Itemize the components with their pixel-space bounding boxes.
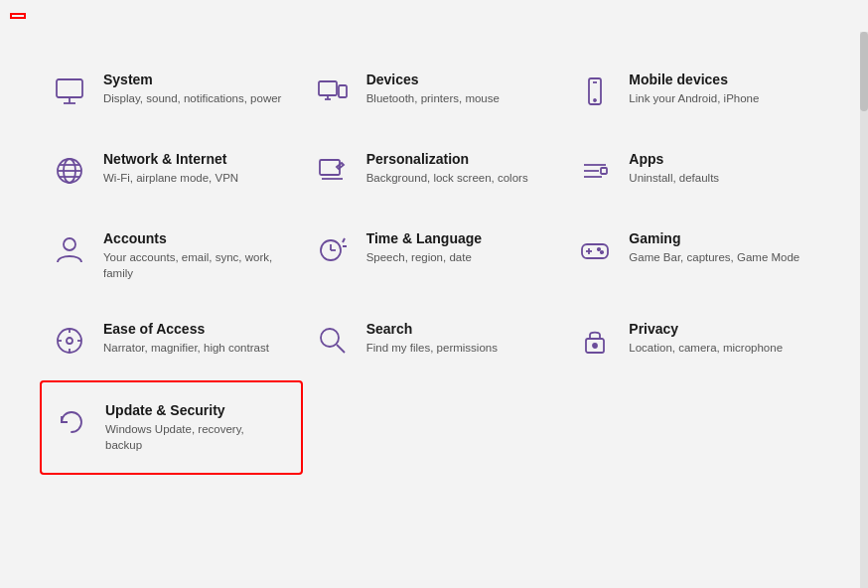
search-text: Search Find my files, permissions bbox=[366, 321, 546, 356]
personalization-title: Personalization bbox=[366, 151, 546, 167]
settings-item-update[interactable]: Update & Security Windows Update, recove… bbox=[40, 380, 303, 475]
accounts-title: Accounts bbox=[103, 230, 283, 246]
settings-item-time[interactable]: Time & Language Speech, region, date bbox=[303, 211, 566, 301]
network-text: Network & Internet Wi-Fi, airplane mode,… bbox=[103, 151, 283, 186]
system-text: System Display, sound, notifications, po… bbox=[103, 72, 283, 106]
time-title: Time & Language bbox=[366, 230, 546, 246]
settings-window: System Display, sound, notifications, po… bbox=[0, 0, 868, 588]
system-icon bbox=[50, 72, 89, 111]
close-button[interactable] bbox=[822, 0, 868, 32]
apps-icon bbox=[575, 151, 615, 191]
mobile-title: Mobile devices bbox=[629, 72, 808, 87]
svg-rect-0 bbox=[57, 79, 82, 97]
settings-item-apps[interactable]: Apps Uninstall, defaults bbox=[565, 131, 828, 211]
ease-desc: Narrator, magnifier, high contrast bbox=[103, 340, 283, 356]
privacy-text: Privacy Location, camera, microphone bbox=[629, 321, 808, 356]
settings-item-personalization[interactable]: Personalization Background, lock screen,… bbox=[303, 131, 566, 211]
network-icon bbox=[50, 151, 89, 191]
settings-item-ease[interactable]: Ease of Access Narrator, magnifier, high… bbox=[40, 301, 303, 380]
search-icon bbox=[313, 321, 353, 361]
ease-icon bbox=[50, 321, 89, 361]
settings-item-accounts[interactable]: Accounts Your accounts, email, sync, wor… bbox=[40, 211, 303, 301]
svg-point-21 bbox=[64, 238, 75, 250]
title-bar-controls bbox=[731, 0, 868, 32]
devices-icon bbox=[313, 72, 353, 111]
scrollbar-thumb[interactable] bbox=[860, 32, 868, 111]
svg-point-29 bbox=[601, 251, 603, 253]
settings-item-network[interactable]: Network & Internet Wi-Fi, airplane mode,… bbox=[40, 131, 303, 211]
svg-rect-4 bbox=[339, 85, 347, 97]
gaming-desc: Game Bar, captures, Game Mode bbox=[629, 249, 808, 265]
network-title: Network & Internet bbox=[103, 151, 283, 167]
update-icon bbox=[52, 402, 91, 442]
gaming-text: Gaming Game Bar, captures, Game Mode bbox=[629, 230, 808, 265]
settings-item-mobile[interactable]: Mobile devices Link your Android, iPhone bbox=[565, 52, 828, 131]
settings-grid: System Display, sound, notifications, po… bbox=[40, 52, 828, 475]
svg-point-35 bbox=[67, 338, 72, 344]
personalization-text: Personalization Background, lock screen,… bbox=[366, 151, 546, 186]
apps-text: Apps Uninstall, defaults bbox=[629, 151, 808, 186]
apps-title: Apps bbox=[629, 151, 808, 167]
mobile-text: Mobile devices Link your Android, iPhone bbox=[629, 72, 808, 106]
gaming-title: Gaming bbox=[629, 230, 808, 246]
privacy-title: Privacy bbox=[629, 321, 808, 337]
settings-item-search[interactable]: Search Find my files, permissions bbox=[303, 301, 566, 380]
update-title: Update & Security bbox=[105, 402, 281, 418]
svg-point-39 bbox=[593, 344, 597, 348]
time-text: Time & Language Speech, region, date bbox=[366, 230, 546, 265]
svg-line-37 bbox=[337, 345, 345, 353]
accounts-icon bbox=[50, 230, 89, 270]
window-title bbox=[10, 13, 26, 19]
system-desc: Display, sound, notifications, power bbox=[103, 90, 283, 106]
title-bar-left bbox=[0, 13, 26, 19]
svg-point-28 bbox=[598, 248, 600, 250]
ease-text: Ease of Access Narrator, magnifier, high… bbox=[103, 321, 283, 356]
devices-text: Devices Bluetooth, printers, mouse bbox=[366, 72, 546, 106]
update-text: Update & Security Windows Update, recove… bbox=[105, 402, 281, 453]
settings-item-gaming[interactable]: Gaming Game Bar, captures, Game Mode bbox=[565, 211, 828, 301]
minimize-button[interactable] bbox=[731, 0, 777, 32]
svg-rect-3 bbox=[319, 81, 337, 95]
gaming-icon bbox=[575, 230, 615, 270]
search-title: Search bbox=[366, 321, 546, 337]
personalization-icon bbox=[313, 151, 353, 191]
title-bar bbox=[0, 0, 868, 32]
time-icon bbox=[313, 230, 353, 270]
update-desc: Windows Update, recovery, backup bbox=[105, 421, 281, 453]
apps-desc: Uninstall, defaults bbox=[629, 170, 808, 186]
privacy-desc: Location, camera, microphone bbox=[629, 340, 808, 356]
accounts-desc: Your accounts, email, sync, work, family bbox=[103, 249, 283, 281]
devices-title: Devices bbox=[366, 72, 546, 87]
settings-item-system[interactable]: System Display, sound, notifications, po… bbox=[40, 52, 303, 131]
accounts-text: Accounts Your accounts, email, sync, wor… bbox=[103, 230, 283, 281]
svg-rect-25 bbox=[582, 244, 608, 258]
devices-desc: Bluetooth, printers, mouse bbox=[366, 90, 546, 106]
settings-item-privacy[interactable]: Privacy Location, camera, microphone bbox=[565, 301, 828, 380]
personalization-desc: Background, lock screen, colors bbox=[366, 170, 546, 186]
time-desc: Speech, region, date bbox=[366, 249, 546, 265]
svg-rect-20 bbox=[601, 168, 607, 174]
scrollbar[interactable] bbox=[860, 32, 868, 588]
maximize-button[interactable] bbox=[777, 0, 822, 32]
mobile-icon bbox=[575, 72, 615, 111]
svg-point-9 bbox=[594, 99, 596, 101]
settings-item-devices[interactable]: Devices Bluetooth, printers, mouse bbox=[303, 52, 566, 131]
system-title: System bbox=[103, 72, 283, 87]
ease-title: Ease of Access bbox=[103, 321, 283, 337]
mobile-desc: Link your Android, iPhone bbox=[629, 90, 808, 106]
search-desc: Find my files, permissions bbox=[366, 340, 546, 356]
network-desc: Wi-Fi, airplane mode, VPN bbox=[103, 170, 283, 186]
privacy-icon bbox=[575, 321, 615, 361]
settings-content: System Display, sound, notifications, po… bbox=[0, 32, 868, 588]
svg-point-36 bbox=[321, 329, 339, 347]
